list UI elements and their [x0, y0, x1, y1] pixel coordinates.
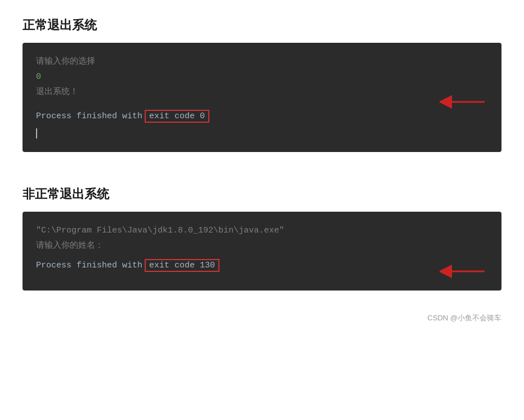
terminal-abnormal: "C:\Program Files\Java\jdk1.8.0_192\bin\…: [23, 212, 501, 291]
terminal-abnormal-line-1: "C:\Program Files\Java\jdk1.8.0_192\bin\…: [36, 223, 488, 238]
process-line-abnormal: Process finished with exit code 130: [36, 259, 488, 272]
terminal-abnormal-line-2: 请输入你的姓名：: [36, 238, 488, 253]
process-prefix-normal: Process finished with: [36, 111, 142, 121]
section-normal: 正常退出系统 请输入你的选择 0 退出系统！ Process finished …: [23, 17, 501, 152]
section-normal-title: 正常退出系统: [23, 17, 501, 34]
process-prefix-abnormal: Process finished with: [36, 261, 142, 270]
exit-code-normal: exit code 0: [145, 110, 209, 123]
process-line-normal: Process finished with exit code 0: [36, 110, 488, 123]
arrow-abnormal: [440, 261, 485, 282]
cursor-normal: [36, 128, 37, 138]
arrow-normal: [440, 92, 485, 112]
terminal-normal: 请输入你的选择 0 退出系统！ Process finished with ex…: [23, 43, 501, 152]
terminal-line-1: 请输入你的选择: [36, 54, 488, 69]
section-abnormal: 非正常退出系统 "C:\Program Files\Java\jdk1.8.0_…: [23, 186, 501, 291]
exit-code-abnormal: exit code 130: [145, 259, 220, 272]
terminal-line-3: 退出系统！: [36, 84, 488, 100]
watermark: CSDN @小鱼不会骑车: [23, 313, 501, 323]
terminal-line-2: 0: [36, 69, 488, 84]
section-abnormal-title: 非正常退出系统: [23, 186, 501, 203]
